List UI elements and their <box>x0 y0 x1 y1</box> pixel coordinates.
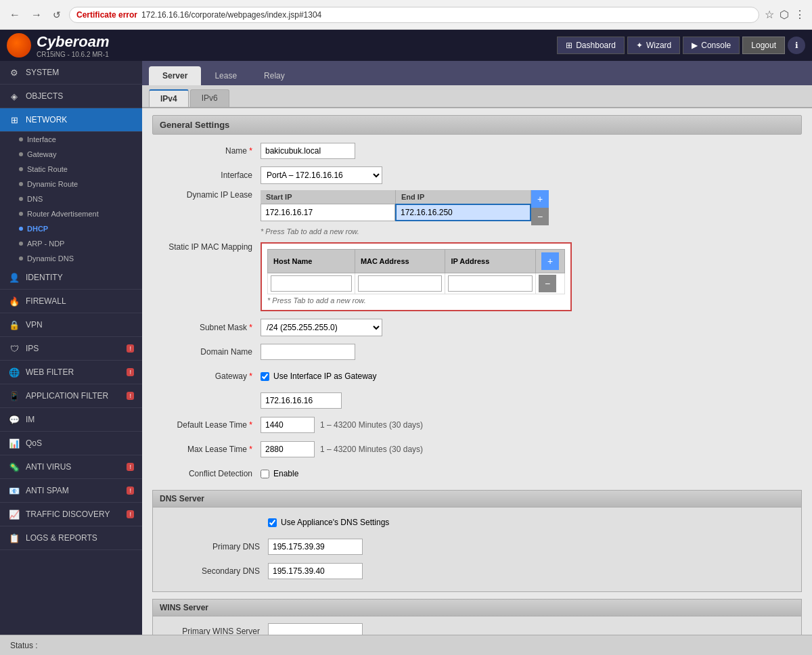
console-button[interactable]: ▶ Console <box>683 37 740 54</box>
remove-ip-lease-button[interactable]: − <box>531 208 549 225</box>
bookmark-button[interactable]: ☆ <box>765 8 774 21</box>
interface-row: Interface PortA – 172.16.16.16 <box>152 166 802 185</box>
name-input[interactable] <box>261 143 355 159</box>
wizard-button[interactable]: ✦ Wizard <box>627 37 680 54</box>
host-name-cell <box>268 273 355 294</box>
im-icon: 💬 <box>8 413 20 426</box>
primary-dns-input[interactable] <box>268 539 363 555</box>
domain-name-input[interactable] <box>261 344 355 360</box>
back-button[interactable]: ← <box>7 6 23 24</box>
app-filter-icon: 📱 <box>8 390 20 402</box>
sidebar-sub-interface[interactable]: Interface <box>0 132 142 147</box>
add-mac-row-button[interactable]: + <box>541 252 559 270</box>
sidebar-sub-dynamic-dns[interactable]: Dynamic DNS <box>0 251 142 266</box>
subnet-mask-select[interactable]: /24 (255.255.255.0) <box>261 319 382 336</box>
sidebar-item-app-filter[interactable]: 📱 APPLICATION FILTER ! <box>0 384 142 408</box>
secondary-dns-input[interactable] <box>268 563 363 579</box>
ip-lease-header: Start IP End IP <box>261 190 531 204</box>
traffic-badge: ! <box>127 510 134 518</box>
dot-static-route <box>19 167 23 171</box>
primary-wins-input[interactable] <box>268 623 363 635</box>
conflict-checkbox[interactable] <box>261 470 269 478</box>
tab-relay[interactable]: Relay <box>250 66 298 85</box>
logout-button[interactable]: Logout <box>742 37 785 54</box>
anti-virus-badge: ! <box>127 463 134 471</box>
mac-address-header: MAC Address <box>355 250 445 273</box>
sidebar-item-network[interactable]: ⊞ NETWORK <box>0 108 142 132</box>
sidebar-label-firewall: FIREWALL <box>26 296 66 306</box>
extensions-button[interactable]: ⬡ <box>780 8 789 21</box>
use-appliance-dns-checkbox-row: Use Appliance's DNS Settings <box>268 518 389 527</box>
sidebar-item-identity[interactable]: 👤 IDENTITY <box>0 266 142 290</box>
sidebar-item-web-filter[interactable]: 🌐 WEB FILTER ! <box>0 361 142 384</box>
sidebar-item-firewall[interactable]: 🔥 FIREWALL <box>0 290 142 313</box>
remove-mac-row-button[interactable]: − <box>539 275 556 292</box>
sidebar-item-im[interactable]: 💬 IM <box>0 408 142 432</box>
sidebar-item-traffic[interactable]: 📈 TRAFFIC DISCOVERY ! <box>0 503 142 526</box>
gateway-ip-input[interactable] <box>261 392 342 409</box>
sidebar-label-traffic: TRAFFIC DISCOVERY <box>26 510 110 519</box>
sidebar-sub-arp-ndp[interactable]: ARP - NDP <box>0 236 142 251</box>
dns-server-header: DNS Server <box>153 491 801 507</box>
domain-name-label: Domain Name <box>152 347 261 357</box>
host-name-input[interactable] <box>271 275 352 292</box>
sidebar-item-objects[interactable]: ◈ OBJECTS <box>0 85 142 108</box>
browser-bar: ← → ↺ Certificate error 172.16.16.16/cor… <box>0 0 812 30</box>
sidebar-sub-gateway[interactable]: Gateway <box>0 147 142 162</box>
sidebar-sub-static-route[interactable]: Static Route <box>0 162 142 177</box>
static-ip-label: Static IP MAC Mapping <box>152 242 261 252</box>
sidebar-label-logs: LOGS & REPORTS <box>26 533 97 543</box>
sidebar-label-anti-spam: ANTI SPAM <box>26 486 69 495</box>
default-lease-input[interactable] <box>261 417 315 433</box>
ip-lease-table: Start IP End IP + − <box>261 190 549 225</box>
tab-ipv6[interactable]: IPv6 <box>190 89 229 107</box>
web-filter-badge: ! <box>127 368 134 376</box>
ip-address-cell <box>445 273 536 294</box>
end-ip-input[interactable] <box>395 204 531 221</box>
tab-server[interactable]: Server <box>149 66 201 85</box>
sidebar-sub-dns[interactable]: DNS <box>0 191 142 206</box>
forward-button[interactable]: → <box>28 6 45 24</box>
sidebar-item-logs[interactable]: 📋 LOGS & REPORTS <box>0 526 142 550</box>
mac-mapping-area: Host Name MAC Address IP Address + <box>261 242 572 311</box>
sidebar-item-anti-virus[interactable]: 🦠 ANTI VIRUS ! <box>0 455 142 479</box>
ip-address-input[interactable] <box>448 275 533 292</box>
max-lease-input[interactable] <box>261 441 315 457</box>
menu-button[interactable]: ⋮ <box>794 8 805 21</box>
sidebar-sub-router-advert[interactable]: Router Advertisement <box>0 206 142 221</box>
sidebar-label-im: IM <box>26 415 35 424</box>
logo-info: Cyberoam CR15iNG - 10.6.2 MR-1 <box>37 33 110 58</box>
sidebar-sub-dhcp[interactable]: DHCP <box>0 221 142 236</box>
address-bar[interactable]: Certificate error 172.16.16.16/corporate… <box>69 7 759 23</box>
sidebar-item-qos[interactable]: 📊 QoS <box>0 432 142 455</box>
anti-spam-icon: 📧 <box>8 484 20 497</box>
sidebar-item-system[interactable]: ⚙ SYSTEM <box>0 61 142 85</box>
primary-wins-row: Primary WINS Server <box>160 622 794 635</box>
status-text: Status : <box>10 641 38 650</box>
wins-server-header: WINS Server <box>153 600 801 616</box>
sidebar-item-ips[interactable]: 🛡 IPS ! <box>0 337 142 361</box>
sidebar-item-vpn[interactable]: 🔒 VPN <box>0 313 142 337</box>
conflict-label: Conflict Detection <box>152 469 261 478</box>
add-ip-lease-button[interactable]: + <box>531 190 549 208</box>
tab-lease[interactable]: Lease <box>201 66 250 85</box>
reload-button[interactable]: ↺ <box>50 7 64 23</box>
dashboard-button[interactable]: ⊞ Dashboard <box>557 37 625 54</box>
interface-select[interactable]: PortA – 172.16.16.16 <box>261 166 382 184</box>
logo-icon <box>7 33 31 58</box>
use-appliance-dns-checkbox[interactable] <box>268 518 277 527</box>
sidebar-sub-dynamic-route[interactable]: Dynamic Route <box>0 177 142 191</box>
dns-server-section: DNS Server Use Appliance's DNS Settings … <box>152 490 802 592</box>
sidebar-label-identity: IDENTITY <box>26 273 63 282</box>
content-area: Server Lease Relay IPv4 IPv6 General Set… <box>142 61 812 635</box>
tab-ipv4[interactable]: IPv4 <box>149 89 189 107</box>
mac-address-input[interactable] <box>358 275 443 292</box>
static-ip-row: Static IP MAC Mapping Host Name MAC Addr… <box>152 242 802 311</box>
ip-address-header: IP Address <box>445 250 536 273</box>
traffic-icon: 📈 <box>8 508 20 520</box>
sidebar-item-anti-spam[interactable]: 📧 ANTI SPAM ! <box>0 479 142 503</box>
logo-text: Cyberoam <box>37 33 110 51</box>
use-interface-ip-checkbox[interactable] <box>261 372 269 381</box>
start-ip-input[interactable] <box>261 204 395 221</box>
identity-icon: 👤 <box>8 271 20 284</box>
